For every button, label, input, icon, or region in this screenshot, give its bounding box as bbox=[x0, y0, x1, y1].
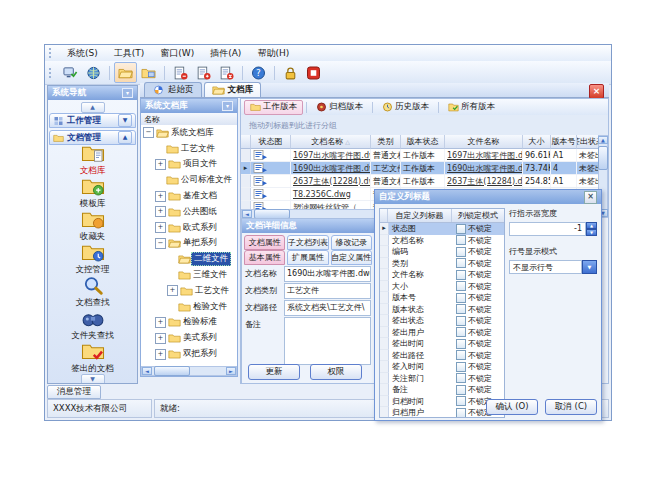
checkbox-unchecked-icon[interactable] bbox=[456, 235, 466, 245]
checkbox-unchecked-icon[interactable] bbox=[456, 339, 466, 349]
chevron-down-icon[interactable]: ▼ bbox=[118, 114, 132, 127]
expand-icon[interactable]: + bbox=[155, 206, 166, 217]
version-tab-工作版本[interactable]: 工作版本 bbox=[244, 100, 303, 115]
tree-node[interactable]: 三维文件 bbox=[141, 267, 237, 283]
menu-item[interactable]: 帮助(H) bbox=[249, 47, 297, 59]
column-row-状态图[interactable]: ▸状态图不锁定 bbox=[380, 223, 504, 235]
tree-node[interactable]: +基准文档 bbox=[141, 188, 237, 204]
column-header-状态图[interactable]: 状态图 bbox=[251, 135, 291, 149]
column-row-类别[interactable]: 类别不锁定 bbox=[380, 258, 504, 270]
column-row-备注[interactable]: 备注不锁定 bbox=[380, 384, 504, 396]
tree-node[interactable]: +检验标准 bbox=[141, 315, 237, 331]
tree-node[interactable]: −单把系列 bbox=[141, 236, 237, 252]
version-tab-历史版本[interactable]: 历史版本 bbox=[376, 100, 435, 115]
detail-tab-自定义属性[interactable]: 自定义属性 bbox=[331, 250, 372, 265]
column-row-签出路径[interactable]: 签出路径不锁定 bbox=[380, 350, 504, 362]
scroll-up-icon[interactable]: ▲ bbox=[598, 136, 608, 144]
doc-out-button[interactable] bbox=[169, 62, 192, 83]
checkbox-unchecked-icon[interactable] bbox=[456, 281, 466, 291]
tree-node[interactable]: +双把系列 bbox=[141, 346, 237, 362]
row-indicator-value[interactable]: -1 bbox=[509, 222, 586, 236]
scroll-left-icon[interactable]: ◄ bbox=[142, 367, 152, 375]
column-header-签出状态[interactable]: 签出状态 bbox=[577, 135, 600, 149]
column-row-签入时间[interactable]: 签入时间不锁定 bbox=[380, 361, 504, 373]
scroll-left-icon[interactable]: ◄ bbox=[242, 210, 252, 218]
column-header-版本号[interactable]: 版本号 bbox=[551, 135, 577, 149]
expand-icon[interactable]: + bbox=[155, 317, 166, 328]
checkbox-unchecked-icon[interactable] bbox=[456, 396, 466, 406]
tree-node[interactable]: −系统文档库 bbox=[141, 125, 237, 141]
permission-button[interactable]: 权限 bbox=[310, 364, 362, 380]
dialog-title-bar[interactable]: 自定义列标题 × bbox=[375, 190, 601, 204]
folder-view-button[interactable] bbox=[137, 62, 160, 83]
doc-del-button[interactable] bbox=[215, 62, 238, 83]
field-value[interactable]: 1690出水嘴零件图.dwg bbox=[284, 266, 371, 282]
checkbox-unchecked-icon[interactable] bbox=[456, 270, 466, 280]
column-row-大小[interactable]: 大小不锁定 bbox=[380, 281, 504, 293]
folder-open-button[interactable] bbox=[114, 62, 137, 83]
column-header-文档名称[interactable]: 文档名称△ bbox=[291, 135, 371, 149]
menu-item[interactable]: 系统(S) bbox=[59, 47, 106, 59]
checkbox-unchecked-icon[interactable] bbox=[456, 247, 466, 257]
collapse-icon[interactable]: − bbox=[143, 127, 154, 138]
checkbox-unchecked-icon[interactable] bbox=[456, 304, 466, 314]
chevron-up-icon[interactable]: ▲ bbox=[118, 131, 132, 144]
tab-起始页[interactable]: 起始页 bbox=[144, 82, 202, 97]
collapse-icon[interactable]: − bbox=[155, 238, 166, 249]
field-value[interactable]: 系统文档夹\工艺文件\ bbox=[284, 300, 371, 316]
version-tab-所有版本[interactable]: 所有版本 bbox=[442, 100, 501, 115]
expand-icon[interactable]: + bbox=[155, 222, 166, 233]
nav-group-文档管理[interactable]: 文档管理▲ bbox=[49, 130, 136, 145]
nav-scroll-down-button[interactable]: ▼ bbox=[81, 374, 105, 384]
table-row[interactable]: 1697出水嘴零件图.dwg普通文档工作版本1697出水嘴零件图.dwg96.6… bbox=[241, 149, 600, 162]
menu-item[interactable]: 插件(A) bbox=[202, 47, 249, 59]
expand-icon[interactable]: + bbox=[155, 349, 166, 360]
nav-item-收藏夹[interactable]: 收藏夹 bbox=[48, 210, 137, 242]
expand-icon[interactable]: + bbox=[167, 285, 178, 296]
nav-item-文控管理[interactable]: 文控管理 bbox=[48, 243, 137, 275]
nav-scroll-up-button[interactable]: ▲ bbox=[81, 102, 105, 113]
checkbox-unchecked-icon[interactable] bbox=[456, 350, 466, 360]
column-header-大小[interactable]: 大小 bbox=[523, 135, 551, 149]
checkbox-unchecked-icon[interactable] bbox=[456, 385, 466, 395]
checkbox-unchecked-icon[interactable] bbox=[456, 258, 466, 268]
tree-node[interactable]: 工艺文件 bbox=[141, 141, 237, 157]
scroll-right-icon[interactable]: ► bbox=[226, 367, 236, 375]
field-value[interactable]: 工艺文件 bbox=[284, 283, 371, 299]
spin-down-icon[interactable]: ▼ bbox=[586, 229, 597, 236]
detail-tab-子文档列表[interactable]: 子文档列表 bbox=[287, 235, 328, 250]
confirm-button[interactable]: 确认 (O) bbox=[486, 399, 538, 415]
expand-icon[interactable]: + bbox=[155, 191, 166, 202]
group-by-bar[interactable]: 拖动列标题到此进行分组 bbox=[241, 115, 608, 136]
field-value[interactable] bbox=[284, 317, 371, 365]
nav-item-文档库[interactable]: 文档库 bbox=[48, 144, 137, 176]
monitor-check-button[interactable] bbox=[59, 62, 82, 83]
dialog-close-icon[interactable]: × bbox=[584, 191, 597, 204]
column-row-文件名称[interactable]: 文件名称不锁定 bbox=[380, 269, 504, 281]
nav-item-签出的文档[interactable]: 签出的文档 bbox=[48, 342, 137, 374]
tree-node[interactable]: +欧式系列 bbox=[141, 220, 237, 236]
message-manage-tab[interactable]: 消息管理 bbox=[47, 385, 101, 399]
spin-up-icon[interactable]: ▲ bbox=[586, 222, 597, 229]
column-row-签出状态[interactable]: 签出状态不锁定 bbox=[380, 315, 504, 327]
detail-tab-扩展属性[interactable]: 扩展属性 bbox=[287, 250, 328, 265]
detail-tab-文档属性[interactable]: 文档属性 bbox=[244, 235, 285, 250]
checkbox-unchecked-icon[interactable] bbox=[456, 408, 466, 418]
globe-button[interactable] bbox=[82, 62, 105, 83]
checkbox-unchecked-icon[interactable] bbox=[456, 224, 466, 234]
tree-node[interactable]: 检验文件 bbox=[141, 299, 237, 315]
tree-node[interactable]: +项目文件 bbox=[141, 157, 237, 173]
column-header-类别[interactable]: 类别 bbox=[371, 135, 401, 149]
tab-文档库[interactable]: 文档库 bbox=[204, 82, 262, 97]
checkbox-unchecked-icon[interactable] bbox=[456, 293, 466, 303]
menu-item[interactable]: 工具(T) bbox=[106, 47, 153, 59]
detail-tab-修改记录[interactable]: 修改记录 bbox=[331, 235, 372, 250]
cancel-button[interactable]: 取消 (C) bbox=[545, 399, 597, 415]
tree-node[interactable]: +工艺文件 bbox=[141, 283, 237, 299]
scroll-thumb[interactable] bbox=[598, 146, 608, 170]
scroll-thumb[interactable] bbox=[154, 366, 190, 376]
column-title-header[interactable]: 自定义列标题 bbox=[388, 209, 452, 222]
update-button[interactable]: 更新 bbox=[248, 364, 300, 380]
column-row-编码[interactable]: 编码不锁定 bbox=[380, 246, 504, 258]
expand-icon[interactable]: + bbox=[155, 333, 166, 344]
